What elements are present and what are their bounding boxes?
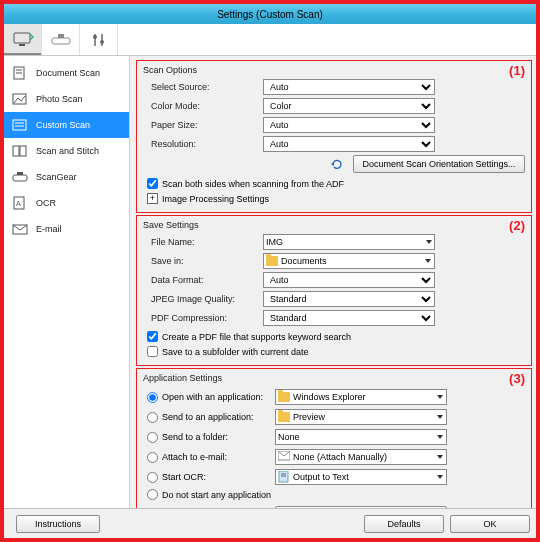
paper-size-combo[interactable]: Auto [263,117,435,133]
send-app-radio[interactable] [147,412,158,423]
orientation-settings-button[interactable]: Document Scan Orientation Settings... [353,155,525,173]
folder-icon [278,412,290,422]
sidebar-item-label: ScanGear [36,172,77,182]
pdf-keyword-label: Create a PDF file that supports keyword … [162,332,351,342]
scangear-icon [10,169,30,185]
svg-rect-17 [13,175,27,181]
tab-scan-from-panel[interactable] [42,24,80,55]
start-ocr-label: Start OCR: [162,472,206,482]
select-source-label: Select Source: [143,82,263,92]
sidebar-item-label: Document Scan [36,68,100,78]
pdf-compression-combo[interactable]: Standard [263,310,435,326]
sidebar-item-document-scan[interactable]: Document Scan [4,60,129,86]
svg-rect-15 [13,146,19,156]
jpeg-quality-combo[interactable]: Standard [263,291,435,307]
mail-icon [278,451,290,463]
sidebar-item-email[interactable]: E-mail [4,216,129,242]
callout-3: (3) [509,371,525,386]
color-mode-label: Color Mode: [143,101,263,111]
subfolder-label: Save to a subfolder with current date [162,347,309,357]
save-in-label: Save in: [143,256,263,266]
folder-icon [266,256,278,266]
open-with-radio[interactable] [147,392,158,403]
section-title: Save Settings [143,220,525,230]
sidebar-item-label: OCR [36,198,56,208]
application-settings-section: (3) Application Settings Open with an ap… [136,368,532,508]
expand-toggle[interactable]: + [147,193,158,204]
color-mode-combo[interactable]: Color [263,98,435,114]
svg-text:A: A [16,200,21,207]
sidebar-item-label: Photo Scan [36,94,83,104]
sidebar-item-custom-scan[interactable]: Custom Scan [4,112,129,138]
svg-point-5 [93,35,97,39]
tab-scan-from-computer[interactable] [4,24,42,55]
jpeg-quality-label: JPEG Image Quality: [143,294,263,304]
stitch-icon [10,143,30,159]
svg-rect-3 [58,34,64,38]
sidebar-item-label: E-mail [36,224,62,234]
both-sides-label: Scan both sides when scanning from the A… [162,179,344,189]
email-icon [10,221,30,237]
sidebar-item-scangear[interactable]: ScanGear [4,164,129,190]
svg-rect-2 [52,38,70,44]
svg-rect-16 [20,146,26,156]
start-ocr-combo[interactable]: Output to Text [275,469,447,485]
custom-icon [10,117,30,133]
footer: Instructions Defaults OK [4,508,536,538]
paper-size-label: Paper Size: [143,120,263,130]
document-icon [10,65,30,81]
sidebar-item-label: Scan and Stitch [36,146,99,156]
sidebar-item-label: Custom Scan [36,120,90,130]
open-with-label: Open with an application: [162,392,263,402]
select-source-combo[interactable]: Auto [263,79,435,95]
svg-rect-0 [14,33,30,43]
chevron-down-icon[interactable] [426,240,432,244]
tab-general-settings[interactable] [80,24,118,55]
more-functions-button[interactable]: More Functions [275,506,447,508]
sidebar-item-photo-scan[interactable]: Photo Scan [4,86,129,112]
subfolder-checkbox[interactable] [147,346,158,357]
svg-marker-22 [331,162,334,166]
send-folder-radio[interactable] [147,432,158,443]
window-title: Settings (Custom Scan) [217,9,323,20]
sidebar: Document Scan Photo Scan Custom Scan Sca… [4,56,130,508]
instructions-button[interactable]: Instructions [16,515,100,533]
send-folder-combo[interactable]: None [275,429,447,445]
folder-icon [278,392,290,402]
attach-email-radio[interactable] [147,452,158,463]
image-processing-label: Image Processing Settings [162,194,269,204]
resolution-combo[interactable]: Auto [263,136,435,152]
svg-rect-18 [17,172,23,175]
do-not-start-radio[interactable] [147,489,158,500]
both-sides-checkbox[interactable] [147,178,158,189]
text-file-icon [278,471,290,483]
pdf-keyword-checkbox[interactable] [147,331,158,342]
attach-email-label: Attach to e-mail: [162,452,227,462]
start-ocr-radio[interactable] [147,472,158,483]
attach-email-combo[interactable]: None (Attach Manually) [275,449,447,465]
open-with-combo[interactable]: Windows Explorer [275,389,447,405]
callout-2: (2) [509,218,525,233]
sidebar-item-scan-and-stitch[interactable]: Scan and Stitch [4,138,129,164]
defaults-button[interactable]: Defaults [364,515,444,533]
file-name-input[interactable] [263,234,435,250]
data-format-combo[interactable]: Auto [263,272,435,288]
send-folder-label: Send to a folder: [162,432,228,442]
scan-options-section: (1) Scan Options Select Source: Auto Col… [136,60,532,213]
resolution-label: Resolution: [143,139,263,149]
reset-icon[interactable] [329,157,345,171]
svg-rect-12 [13,120,26,130]
sidebar-item-ocr[interactable]: A OCR [4,190,129,216]
monitor-icon [12,32,34,48]
pdf-compression-label: PDF Compression: [143,313,263,323]
data-format-label: Data Format: [143,275,263,285]
save-in-combo[interactable]: Documents [263,253,435,269]
scanner-icon [50,32,72,48]
ok-button[interactable]: OK [450,515,530,533]
file-name-label: File Name: [143,237,263,247]
content-pane: (1) Scan Options Select Source: Auto Col… [130,56,536,508]
send-app-combo[interactable]: Preview [275,409,447,425]
window: Settings (Custom Scan) Document Scan [0,0,540,542]
ocr-icon: A [10,195,30,211]
save-settings-section: (2) Save Settings File Name: Save in: [136,215,532,366]
